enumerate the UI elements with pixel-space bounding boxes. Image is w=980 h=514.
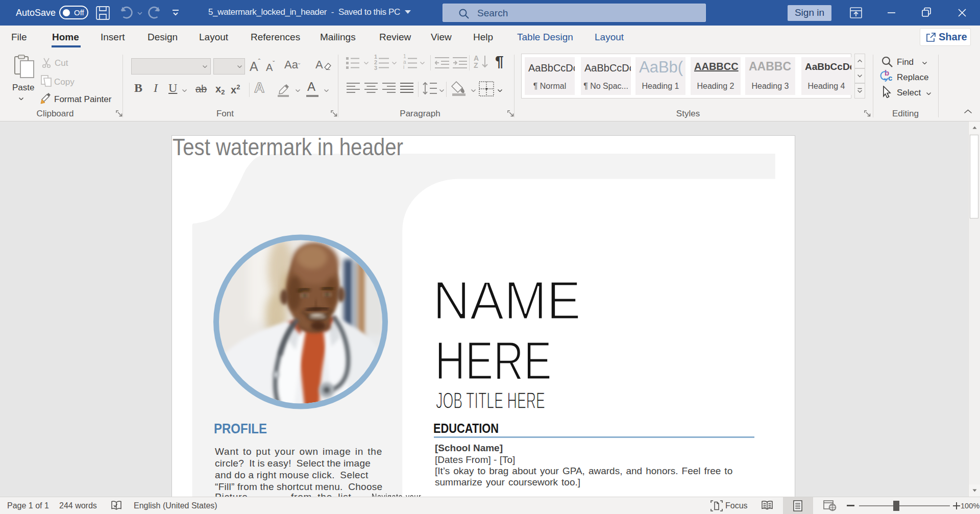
svg-text:PROFILE: PROFILE <box>214 421 267 436</box>
svg-text:HERE: HERE <box>435 331 552 390</box>
svg-text:Test watermark in header: Test watermark in header <box>173 136 403 160</box>
svg-text:NAME: NAME <box>433 271 581 330</box>
svg-text:EDUCATION: EDUCATION <box>433 421 499 435</box>
svg-text:JOB TITLE HERE: JOB TITLE HERE <box>436 388 545 413</box>
